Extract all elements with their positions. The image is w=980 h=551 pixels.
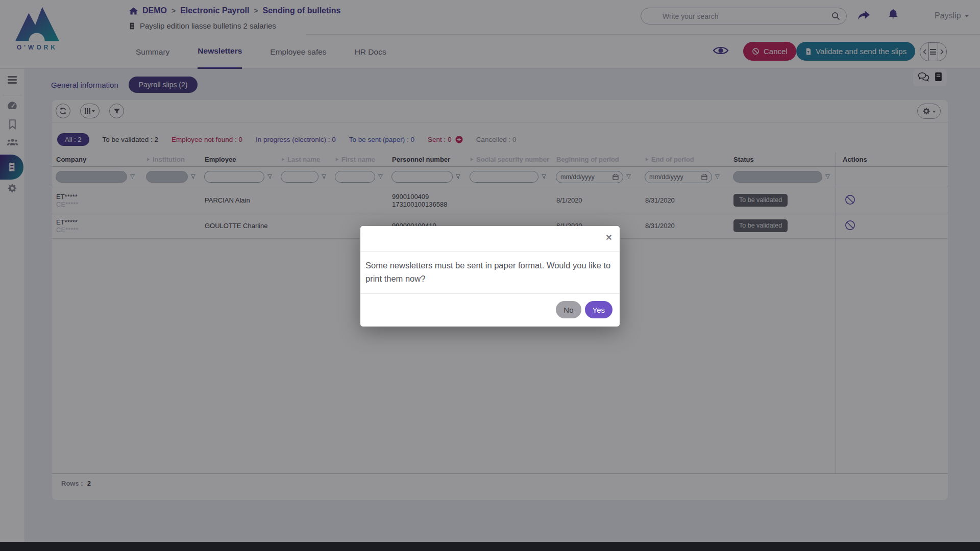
dialog-message: Some newsletters must be sent in paper f… (360, 252, 620, 294)
dialog-header: × (360, 226, 620, 252)
no-button[interactable]: No (556, 301, 581, 318)
print-confirmation-dialog: × Some newsletters must be sent in paper… (360, 226, 620, 327)
close-icon[interactable]: × (606, 232, 612, 242)
yes-button[interactable]: Yes (585, 301, 612, 318)
dialog-footer: No Yes (360, 294, 620, 327)
